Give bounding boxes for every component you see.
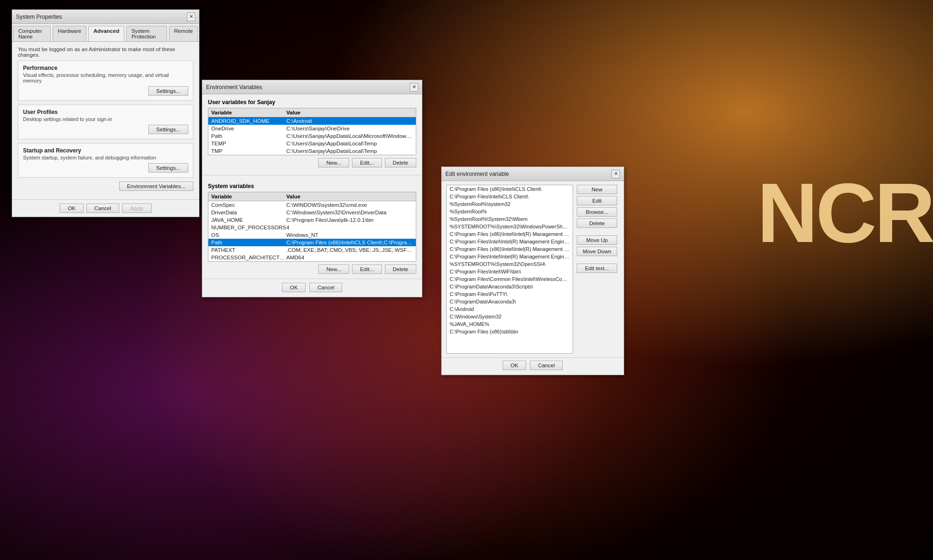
user-variables-section: User variables for Sanjay Variable Value… xyxy=(202,94,422,172)
edit-env-new-button[interactable]: New xyxy=(577,185,617,194)
table-row[interactable]: TEMP C:\Users\Sanjay\AppData\Local\Temp xyxy=(208,140,416,147)
system-properties-content: You must be logged on as an Administrato… xyxy=(12,42,199,199)
system-variables-buttons: New... Edit... Delete xyxy=(208,265,416,274)
performance-section: Performance Visual effects, processor sc… xyxy=(18,61,193,101)
list-item[interactable]: %JAVA_HOME% xyxy=(447,320,573,328)
list-item[interactable]: %SYSTEMROOT%\System32\WindowsPowerShell\… xyxy=(447,223,573,230)
list-item[interactable]: C:\Program Files\Intel\Intel(R) Manageme… xyxy=(447,238,573,245)
system-val-col-header: Value xyxy=(286,194,413,199)
user-edit-button[interactable]: Edit... xyxy=(352,158,382,167)
system-properties-bottom-buttons: OK Cancel Apply xyxy=(12,199,199,217)
user-profiles-title: User Profiles xyxy=(23,109,188,115)
list-item[interactable]: C:\Windows\System32 xyxy=(447,313,573,320)
list-item[interactable]: C:\Program Files\Intel\WiFi\bin\ xyxy=(447,268,573,275)
edit-env-delete-button[interactable]: Delete xyxy=(577,219,617,228)
user-profiles-section: User Profiles Desktop settings related t… xyxy=(18,105,193,139)
edit-env-close-button[interactable]: ✕ xyxy=(612,170,620,178)
system-edit-button[interactable]: Edit... xyxy=(352,265,382,274)
table-row[interactable]: TMP C:\Users\Sanjay\AppData\Local\Temp xyxy=(208,147,416,155)
list-item[interactable]: %SystemRoot%\System32\Wbem xyxy=(447,215,573,223)
table-row[interactable]: JAVA_HOME C:\Program Files\Java\jdk-12.0… xyxy=(208,216,416,224)
list-item[interactable]: C:\Program Files (x86)\Intel\iCLS Client… xyxy=(447,185,573,193)
system-properties-tabs: Computer Name Hardware Advanced System P… xyxy=(12,24,199,42)
edit-env-window: Edit environment variable ✕ C:\Program F… xyxy=(441,166,624,375)
performance-desc: Visual effects, processor scheduling, me… xyxy=(23,72,188,83)
tab-advanced[interactable]: Advanced xyxy=(88,26,124,41)
system-properties-apply-button[interactable]: Apply xyxy=(122,204,152,213)
table-row[interactable]: OneDrive C:\Users\Sanjay\OneDrive xyxy=(208,125,416,132)
env-vars-bottom-buttons: OK Cancel xyxy=(202,279,422,297)
user-new-button[interactable]: New... xyxy=(318,158,349,167)
table-row[interactable]: PROCESSOR_ARCHITECTURE AMD64 xyxy=(208,254,416,261)
list-item[interactable]: C:\Program Files (x86)\sbt\bin xyxy=(447,328,573,335)
user-profiles-settings-button[interactable]: Settings... xyxy=(148,125,188,134)
system-variables-list: ComSpec C:\WINDOWS\system32\cmd.exe Driv… xyxy=(208,201,416,261)
edit-env-edit-text-button[interactable]: Edit text... xyxy=(577,264,617,273)
list-item[interactable]: C:\Program Files (x86)\Intel\Intel(R) Ma… xyxy=(447,245,573,253)
system-properties-ok-button[interactable]: OK xyxy=(60,204,84,213)
env-vars-cancel-button[interactable]: Cancel xyxy=(309,283,342,292)
edit-env-edit-button[interactable]: Edit xyxy=(577,196,617,205)
table-row[interactable]: DriverData C:\Windows\System32\Drivers\D… xyxy=(208,209,416,216)
edit-env-cancel-button[interactable]: Cancel xyxy=(530,361,563,370)
list-item[interactable]: %SystemRoot% xyxy=(447,208,573,215)
tab-computer-name[interactable]: Computer Name xyxy=(13,26,51,41)
system-variables-section: System variables Variable Value ComSpec … xyxy=(202,178,422,279)
system-new-button[interactable]: New... xyxy=(318,265,349,274)
env-vars-close-button[interactable]: ✕ xyxy=(410,83,418,91)
list-item[interactable]: C:\Program Files\Intel\iCLS Client\ xyxy=(447,193,573,200)
list-item[interactable]: %SystemRoot%\system32 xyxy=(447,200,573,208)
system-variables-header: Variable Value xyxy=(208,192,416,201)
environment-variables-window: Environment Variables ✕ User variables f… xyxy=(202,80,422,297)
system-delete-button[interactable]: Delete xyxy=(385,265,416,274)
edit-env-move-up-button[interactable]: Move Up xyxy=(577,235,617,245)
list-item[interactable]: C:\Program Files (x86)\Intel\Intel(R) Ma… xyxy=(447,230,573,238)
edit-env-list: C:\Program Files (x86)\Intel\iCLS Client… xyxy=(446,185,573,354)
list-item[interactable]: C:\ProgramData\Anaconda3\Scripts\ xyxy=(447,283,573,290)
table-row[interactable]: ANDROID_SDK_HOME C:\Android xyxy=(208,117,416,125)
edit-env-browse-button[interactable]: Browse... xyxy=(577,207,617,217)
list-item[interactable]: C:\Program Files\Common Files\Intel\Wire… xyxy=(447,275,573,283)
user-profiles-desc: Desktop settings related to your sign-in xyxy=(23,116,188,122)
table-row[interactable]: OS Windows_NT xyxy=(208,231,416,239)
user-val-col-header: Value xyxy=(286,110,413,115)
list-item[interactable]: %SYSTEMROOT%\System32\OpenSSH\ xyxy=(447,260,573,268)
performance-settings-button[interactable]: Settings... xyxy=(148,86,188,96)
system-variables-table: Variable Value ComSpec C:\WINDOWS\system… xyxy=(208,192,416,262)
edit-env-body: C:\Program Files (x86)\Intel\iCLS Client… xyxy=(442,181,624,357)
startup-recovery-section: Startup and Recovery System startup, sys… xyxy=(18,143,193,178)
system-properties-cancel-button[interactable]: Cancel xyxy=(86,204,119,213)
startup-recovery-title: Startup and Recovery xyxy=(23,147,188,154)
user-variables-title: User variables for Sanjay xyxy=(208,99,416,106)
list-item[interactable]: C:\Program Files\Intel\Intel(R) Manageme… xyxy=(447,253,573,260)
startup-recovery-desc: System startup, system failure, and debu… xyxy=(23,155,188,160)
system-properties-window: System Properties ✕ Computer Name Hardwa… xyxy=(12,9,199,217)
environment-variables-button[interactable]: Environment Variables... xyxy=(119,182,193,191)
edit-env-ok-button[interactable]: OK xyxy=(503,361,527,370)
tab-hardware[interactable]: Hardware xyxy=(53,26,86,41)
user-variables-list: ANDROID_SDK_HOME C:\Android OneDrive C:\… xyxy=(208,117,416,155)
table-row[interactable]: PATHEXT .COM;.EXE;.BAT;.CMD;.VBS;.VBE;.J… xyxy=(208,246,416,254)
tab-remote[interactable]: Remote xyxy=(169,26,198,41)
table-row[interactable]: NUMBER_OF_PROCESSORS 4 xyxy=(208,224,416,231)
admin-note: You must be logged on as an Administrato… xyxy=(18,46,193,58)
list-item[interactable]: C:\ProgramData\Anaconda3\ xyxy=(447,298,573,305)
env-vars-titlebar: Environment Variables ✕ xyxy=(202,80,422,94)
system-properties-close-button[interactable]: ✕ xyxy=(187,13,195,21)
system-variables-title: System variables xyxy=(208,183,416,189)
user-variables-buttons: New... Edit... Delete xyxy=(208,158,416,167)
table-row[interactable]: ComSpec C:\WINDOWS\system32\cmd.exe xyxy=(208,201,416,209)
startup-recovery-settings-button[interactable]: Settings... xyxy=(148,163,188,173)
system-properties-titlebar: System Properties ✕ xyxy=(12,10,199,24)
edit-env-move-down-button[interactable]: Move Down xyxy=(577,247,617,256)
tab-system-protection[interactable]: System Protection xyxy=(126,26,167,41)
table-row[interactable]: Path C:\Program Files (x86)\Intel\iCLS C… xyxy=(208,239,416,246)
table-row[interactable]: Path C:\Users\Sanjay\AppData\Local\Micro… xyxy=(208,132,416,140)
system-properties-title: System Properties xyxy=(16,14,62,20)
edit-env-bottom-buttons: OK Cancel xyxy=(442,357,624,375)
edit-env-title: Edit environment variable xyxy=(445,171,509,177)
user-delete-button[interactable]: Delete xyxy=(385,158,416,167)
list-item[interactable]: C:\Android xyxy=(447,305,573,313)
env-vars-ok-button[interactable]: OK xyxy=(282,283,306,292)
list-item[interactable]: C:\Program Files\PuTTY\ xyxy=(447,290,573,298)
